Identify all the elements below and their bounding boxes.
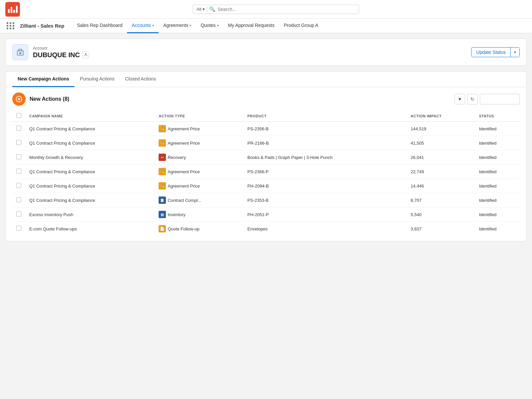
nav-label-product-group: Product Group A — [284, 23, 319, 28]
tab-new-campaign-actions[interactable]: New Campaign Actions — [12, 71, 74, 87]
section-title: New Actions (8) — [30, 96, 69, 102]
row-checkbox-3[interactable] — [16, 169, 21, 174]
nav-label-accounts: Accounts — [132, 23, 151, 28]
action-type-label-1: Agreement Price — [168, 141, 200, 146]
cell-product-6[interactable]: PH-2051-P — [243, 207, 407, 222]
quotes-chevron-icon: ▾ — [217, 24, 219, 27]
col-status: STATUS — [475, 110, 520, 122]
row-checkbox-cell-5 — [12, 193, 25, 207]
table-search-input[interactable] — [480, 94, 520, 104]
svg-point-4 — [85, 53, 86, 55]
action-type-icon-7: 📄 — [159, 225, 166, 232]
cell-action-impact-1: 41,505 — [407, 136, 475, 150]
tab-closed-actions[interactable]: Closed Actions — [120, 71, 161, 87]
table-row: Monthly Growth & Recovery↩RecoveryBooks … — [12, 150, 520, 165]
svg-rect-2 — [19, 53, 20, 54]
select-all-checkbox[interactable] — [16, 113, 21, 118]
col-action-impact: ACTION IMPACT — [407, 110, 475, 122]
search-scope-chevron: ▾ — [202, 7, 205, 12]
section-title-group: New Actions (8) — [12, 92, 69, 106]
person-icon — [84, 53, 88, 57]
cell-product-4[interactable]: PH-2094-B — [243, 179, 407, 193]
cell-product-1[interactable]: PR-2166-B — [243, 136, 407, 150]
table-header: CAMPAIGN NAME ACTION TYPE PRODUCT ACTION… — [12, 110, 520, 122]
row-checkbox-2[interactable] — [16, 154, 21, 159]
row-checkbox-cell-3 — [12, 165, 25, 179]
cell-product-7[interactable]: Envelopes — [243, 222, 407, 236]
table-row: Excess Inventory Push▦InventoryPH-2051-P… — [12, 207, 520, 222]
cell-action-type-1: ✍Agreement Price — [155, 136, 243, 150]
cell-action-impact-2: 26,041 — [407, 150, 475, 165]
cell-campaign-4: Q1 Contract Pricing & Compliance — [25, 179, 155, 193]
action-type-icon-1: ✍ — [159, 139, 166, 147]
cell-campaign-1: Q1 Contract Pricing & Compliance — [25, 136, 155, 150]
action-type-label-7: Quote Follow-up — [168, 226, 199, 231]
refresh-button[interactable]: ↻ — [467, 94, 478, 104]
col-campaign-name: CAMPAIGN NAME — [25, 110, 155, 122]
update-status-dropdown-button[interactable]: ▾ — [510, 48, 519, 57]
account-name-text: DUBUQUE INC — [33, 51, 80, 59]
nav-item-agreements[interactable]: Agreements ▾ — [159, 19, 196, 33]
tab-pursuing-actions[interactable]: Pursuing Actions — [74, 71, 120, 87]
nav-bar: Zilliant - Sales Rep Sales Rep Dashboard… — [0, 19, 532, 33]
nav-item-product-group[interactable]: Product Group A — [279, 19, 323, 33]
top-bar: All ▾ 🔍 — [0, 0, 532, 19]
action-type-icon-6: ▦ — [159, 211, 166, 218]
col-action-type: ACTION TYPE — [155, 110, 243, 122]
app-launcher-icon[interactable] — [5, 21, 16, 31]
nav-label-sales-rep-dashboard: Sales Rep Dashboard — [77, 23, 122, 28]
action-type-icon-0: ✍ — [159, 125, 166, 132]
cell-action-type-0: ✍Agreement Price — [155, 122, 243, 136]
refresh-icon: ↻ — [470, 96, 474, 102]
cell-action-impact-6: 5,540 — [407, 207, 475, 222]
campaign-tabs: New Campaign Actions Pursuing Actions Cl… — [6, 71, 526, 87]
cell-status-4: Identified — [475, 179, 520, 193]
filter-icon: ▼ — [458, 96, 462, 102]
row-checkbox-7[interactable] — [16, 226, 21, 231]
filter-button[interactable]: ▼ — [455, 94, 465, 104]
cell-action-type-4: ✍Agreement Price — [155, 179, 243, 193]
nav-item-sales-rep-dashboard[interactable]: Sales Rep Dashboard — [72, 19, 127, 33]
row-checkbox-0[interactable] — [16, 126, 21, 131]
cell-product-2[interactable]: Books & Pads | Graph Paper | 3-Hole Punc… — [243, 150, 407, 165]
account-details: Account DUBUQUE INC — [33, 46, 89, 59]
cell-campaign-2: Monthly Growth & Recovery — [25, 150, 155, 165]
cell-product-0[interactable]: PS-2356-B — [243, 122, 407, 136]
row-checkbox-cell-1 — [12, 136, 25, 150]
search-input[interactable] — [217, 7, 355, 12]
search-icon: 🔍 — [209, 6, 215, 12]
nav-item-quotes[interactable]: Quotes ▾ — [196, 19, 223, 33]
search-divider — [207, 6, 207, 12]
action-type-icon-5: 📋 — [159, 197, 166, 204]
building-icon — [16, 48, 24, 56]
table-row: Q1 Contract Pricing & Compliance✍Agreeme… — [12, 122, 520, 136]
app-logo[interactable] — [5, 2, 20, 17]
table-row: Q1 Contract Pricing & Compliance✍Agreeme… — [12, 136, 520, 150]
main-card: New Campaign Actions Pursuing Actions Cl… — [5, 71, 527, 241]
cell-status-5: Identified — [475, 193, 520, 207]
nav-item-accounts[interactable]: Accounts ▾ — [127, 19, 159, 33]
row-checkbox-1[interactable] — [16, 140, 21, 145]
cell-product-5[interactable]: PS-2353-B — [243, 193, 407, 207]
select-all-header — [12, 110, 25, 122]
search-bar: All ▾ 🔍 — [193, 5, 359, 14]
action-type-icon-3: ✍ — [159, 168, 166, 175]
update-status-main-button[interactable]: Update Status — [471, 48, 510, 57]
row-checkbox-4[interactable] — [16, 183, 21, 188]
cell-action-type-2: ↩Recovery — [155, 150, 243, 165]
nav-item-my-approval-requests[interactable]: My Approval Requests — [223, 19, 279, 33]
row-checkbox-5[interactable] — [16, 197, 21, 202]
section-header: New Actions (8) ▼ ↻ — [12, 92, 520, 106]
cell-campaign-6: Excess Inventory Push — [25, 207, 155, 222]
table-body: Q1 Contract Pricing & Compliance✍Agreeme… — [12, 122, 520, 236]
table-section: New Actions (8) ▼ ↻ — [6, 87, 526, 241]
cell-product-3[interactable]: PS-2366-P — [243, 165, 407, 179]
cell-campaign-0: Q1 Contract Pricing & Compliance — [25, 122, 155, 136]
cell-status-1: Identified — [475, 136, 520, 150]
svg-rect-3 — [20, 53, 21, 54]
account-badge-icon[interactable] — [82, 52, 89, 58]
action-type-icon-4: ✍ — [159, 182, 166, 190]
row-checkbox-6[interactable] — [16, 211, 21, 216]
search-scope-selector[interactable]: All ▾ — [197, 7, 205, 12]
cell-action-impact-3: 22,749 — [407, 165, 475, 179]
